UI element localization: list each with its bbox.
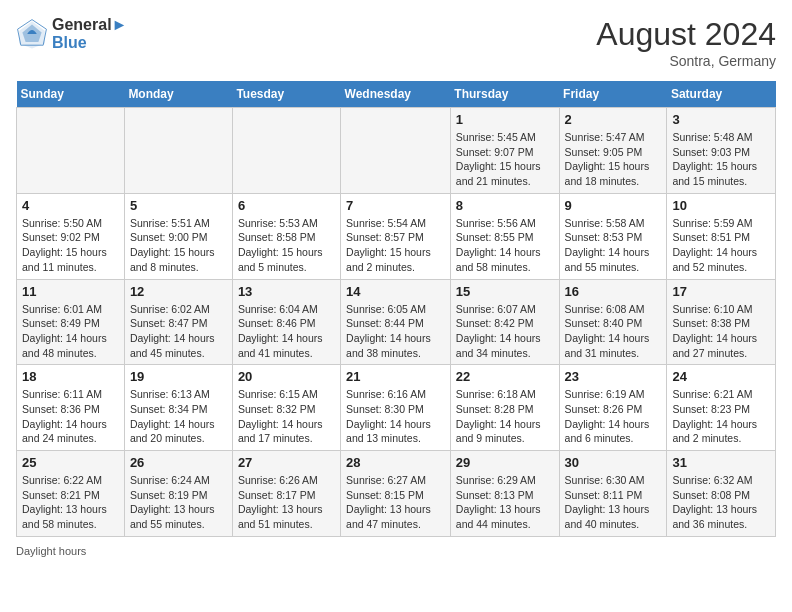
day-header-monday: Monday xyxy=(124,81,232,108)
day-number: 31 xyxy=(672,455,770,470)
week-row-3: 11Sunrise: 6:01 AMSunset: 8:49 PMDayligh… xyxy=(17,279,776,365)
day-number: 27 xyxy=(238,455,335,470)
calendar-cell: 4Sunrise: 5:50 AMSunset: 9:02 PMDaylight… xyxy=(17,193,125,279)
day-number: 11 xyxy=(22,284,119,299)
day-info: Sunrise: 6:11 AMSunset: 8:36 PMDaylight:… xyxy=(22,387,119,446)
day-number: 13 xyxy=(238,284,335,299)
calendar-cell: 18Sunrise: 6:11 AMSunset: 8:36 PMDayligh… xyxy=(17,365,125,451)
day-info: Sunrise: 6:05 AMSunset: 8:44 PMDaylight:… xyxy=(346,302,445,361)
day-number: 14 xyxy=(346,284,445,299)
page-header: General► Blue August 2024 Sontra, German… xyxy=(16,16,776,69)
day-number: 25 xyxy=(22,455,119,470)
calendar-cell: 13Sunrise: 6:04 AMSunset: 8:46 PMDayligh… xyxy=(232,279,340,365)
day-number: 29 xyxy=(456,455,554,470)
title-block: August 2024 Sontra, Germany xyxy=(596,16,776,69)
calendar-cell: 5Sunrise: 5:51 AMSunset: 9:00 PMDaylight… xyxy=(124,193,232,279)
day-info: Sunrise: 6:21 AMSunset: 8:23 PMDaylight:… xyxy=(672,387,770,446)
day-number: 6 xyxy=(238,198,335,213)
calendar-table: SundayMondayTuesdayWednesdayThursdayFrid… xyxy=(16,81,776,537)
calendar-cell: 11Sunrise: 6:01 AMSunset: 8:49 PMDayligh… xyxy=(17,279,125,365)
calendar-cell: 30Sunrise: 6:30 AMSunset: 8:11 PMDayligh… xyxy=(559,451,667,537)
calendar-cell: 26Sunrise: 6:24 AMSunset: 8:19 PMDayligh… xyxy=(124,451,232,537)
day-info: Sunrise: 5:53 AMSunset: 8:58 PMDaylight:… xyxy=(238,216,335,275)
calendar-cell: 12Sunrise: 6:02 AMSunset: 8:47 PMDayligh… xyxy=(124,279,232,365)
calendar-cell: 23Sunrise: 6:19 AMSunset: 8:26 PMDayligh… xyxy=(559,365,667,451)
day-info: Sunrise: 6:04 AMSunset: 8:46 PMDaylight:… xyxy=(238,302,335,361)
day-number: 7 xyxy=(346,198,445,213)
day-info: Sunrise: 6:01 AMSunset: 8:49 PMDaylight:… xyxy=(22,302,119,361)
calendar-cell: 21Sunrise: 6:16 AMSunset: 8:30 PMDayligh… xyxy=(341,365,451,451)
day-info: Sunrise: 5:59 AMSunset: 8:51 PMDaylight:… xyxy=(672,216,770,275)
day-number: 28 xyxy=(346,455,445,470)
week-row-5: 25Sunrise: 6:22 AMSunset: 8:21 PMDayligh… xyxy=(17,451,776,537)
day-header-thursday: Thursday xyxy=(450,81,559,108)
day-info: Sunrise: 6:02 AMSunset: 8:47 PMDaylight:… xyxy=(130,302,227,361)
day-number: 2 xyxy=(565,112,662,127)
day-info: Sunrise: 6:24 AMSunset: 8:19 PMDaylight:… xyxy=(130,473,227,532)
day-number: 17 xyxy=(672,284,770,299)
calendar-cell: 9Sunrise: 5:58 AMSunset: 8:53 PMDaylight… xyxy=(559,193,667,279)
day-info: Sunrise: 6:10 AMSunset: 8:38 PMDaylight:… xyxy=(672,302,770,361)
day-info: Sunrise: 6:30 AMSunset: 8:11 PMDaylight:… xyxy=(565,473,662,532)
day-number: 24 xyxy=(672,369,770,384)
day-header-tuesday: Tuesday xyxy=(232,81,340,108)
day-header-sunday: Sunday xyxy=(17,81,125,108)
day-number: 8 xyxy=(456,198,554,213)
day-info: Sunrise: 6:22 AMSunset: 8:21 PMDaylight:… xyxy=(22,473,119,532)
day-number: 22 xyxy=(456,369,554,384)
day-header-wednesday: Wednesday xyxy=(341,81,451,108)
day-header-friday: Friday xyxy=(559,81,667,108)
day-info: Sunrise: 6:27 AMSunset: 8:15 PMDaylight:… xyxy=(346,473,445,532)
day-info: Sunrise: 5:50 AMSunset: 9:02 PMDaylight:… xyxy=(22,216,119,275)
calendar-cell: 2Sunrise: 5:47 AMSunset: 9:05 PMDaylight… xyxy=(559,108,667,194)
day-number: 20 xyxy=(238,369,335,384)
day-info: Sunrise: 5:56 AMSunset: 8:55 PMDaylight:… xyxy=(456,216,554,275)
day-info: Sunrise: 6:19 AMSunset: 8:26 PMDaylight:… xyxy=(565,387,662,446)
day-info: Sunrise: 6:08 AMSunset: 8:40 PMDaylight:… xyxy=(565,302,662,361)
day-header-row: SundayMondayTuesdayWednesdayThursdayFrid… xyxy=(17,81,776,108)
day-number: 12 xyxy=(130,284,227,299)
day-info: Sunrise: 5:48 AMSunset: 9:03 PMDaylight:… xyxy=(672,130,770,189)
day-number: 30 xyxy=(565,455,662,470)
day-info: Sunrise: 5:51 AMSunset: 9:00 PMDaylight:… xyxy=(130,216,227,275)
day-number: 1 xyxy=(456,112,554,127)
calendar-cell: 24Sunrise: 6:21 AMSunset: 8:23 PMDayligh… xyxy=(667,365,776,451)
month-year: August 2024 xyxy=(596,16,776,53)
day-header-saturday: Saturday xyxy=(667,81,776,108)
footer: Daylight hours xyxy=(16,545,776,557)
day-info: Sunrise: 6:32 AMSunset: 8:08 PMDaylight:… xyxy=(672,473,770,532)
day-info: Sunrise: 6:13 AMSunset: 8:34 PMDaylight:… xyxy=(130,387,227,446)
day-number: 26 xyxy=(130,455,227,470)
logo-icon xyxy=(16,18,48,50)
calendar-cell xyxy=(124,108,232,194)
calendar-cell: 6Sunrise: 5:53 AMSunset: 8:58 PMDaylight… xyxy=(232,193,340,279)
day-info: Sunrise: 6:18 AMSunset: 8:28 PMDaylight:… xyxy=(456,387,554,446)
calendar-cell: 29Sunrise: 6:29 AMSunset: 8:13 PMDayligh… xyxy=(450,451,559,537)
day-info: Sunrise: 5:58 AMSunset: 8:53 PMDaylight:… xyxy=(565,216,662,275)
day-info: Sunrise: 5:47 AMSunset: 9:05 PMDaylight:… xyxy=(565,130,662,189)
calendar-cell: 1Sunrise: 5:45 AMSunset: 9:07 PMDaylight… xyxy=(450,108,559,194)
calendar-cell: 31Sunrise: 6:32 AMSunset: 8:08 PMDayligh… xyxy=(667,451,776,537)
day-number: 21 xyxy=(346,369,445,384)
calendar-cell: 19Sunrise: 6:13 AMSunset: 8:34 PMDayligh… xyxy=(124,365,232,451)
calendar-cell: 22Sunrise: 6:18 AMSunset: 8:28 PMDayligh… xyxy=(450,365,559,451)
day-number: 15 xyxy=(456,284,554,299)
calendar-cell: 7Sunrise: 5:54 AMSunset: 8:57 PMDaylight… xyxy=(341,193,451,279)
day-number: 10 xyxy=(672,198,770,213)
calendar-cell: 25Sunrise: 6:22 AMSunset: 8:21 PMDayligh… xyxy=(17,451,125,537)
day-number: 4 xyxy=(22,198,119,213)
day-info: Sunrise: 6:07 AMSunset: 8:42 PMDaylight:… xyxy=(456,302,554,361)
logo: General► Blue xyxy=(16,16,127,51)
calendar-cell: 16Sunrise: 6:08 AMSunset: 8:40 PMDayligh… xyxy=(559,279,667,365)
calendar-cell: 28Sunrise: 6:27 AMSunset: 8:15 PMDayligh… xyxy=(341,451,451,537)
calendar-cell xyxy=(341,108,451,194)
day-number: 23 xyxy=(565,369,662,384)
week-row-1: 1Sunrise: 5:45 AMSunset: 9:07 PMDaylight… xyxy=(17,108,776,194)
day-number: 19 xyxy=(130,369,227,384)
day-number: 3 xyxy=(672,112,770,127)
day-info: Sunrise: 5:45 AMSunset: 9:07 PMDaylight:… xyxy=(456,130,554,189)
calendar-cell xyxy=(17,108,125,194)
day-number: 5 xyxy=(130,198,227,213)
calendar-cell: 15Sunrise: 6:07 AMSunset: 8:42 PMDayligh… xyxy=(450,279,559,365)
calendar-cell: 8Sunrise: 5:56 AMSunset: 8:55 PMDaylight… xyxy=(450,193,559,279)
